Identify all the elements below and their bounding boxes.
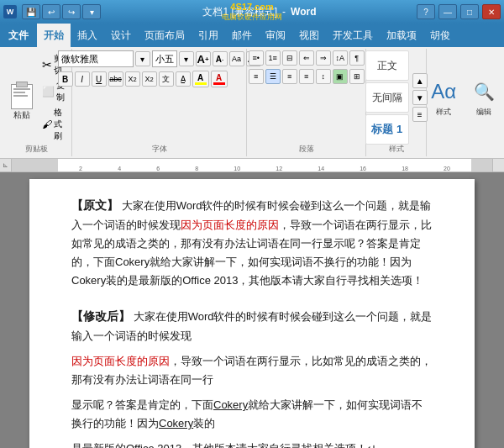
change-case-btn[interactable]: Aa bbox=[229, 51, 244, 66]
bullets-btn[interactable]: ≡• bbox=[249, 50, 264, 66]
styles-icon: Aα bbox=[430, 78, 457, 105]
editing-btn[interactable]: 🔍 编辑 bbox=[465, 75, 503, 121]
tab-developer[interactable]: 开发工具 bbox=[326, 24, 380, 47]
multilevel-btn[interactable]: ⊟ bbox=[282, 50, 297, 66]
tab-references[interactable]: 引用 bbox=[192, 24, 225, 47]
quick-redo-btn[interactable]: ↪ bbox=[62, 4, 81, 19]
doc-page: 【原文】 大家在使用Word软件的时候有时候会碰到这么一个问题，就是输入一个词语… bbox=[29, 179, 475, 448]
sort-btn[interactable]: ↕A bbox=[333, 50, 348, 66]
section1-para: 【原文】 大家在使用Word软件的时候有时候会碰到这么一个问题，就是输入一个词语… bbox=[71, 196, 433, 290]
tab-view[interactable]: 视图 bbox=[292, 24, 326, 47]
show-marks-btn[interactable]: ¶ bbox=[349, 50, 365, 66]
section2-para3: 是最新版的Office 2013，其他版本请大家自行寻找相关选项！↵ bbox=[71, 440, 433, 448]
clipboard-label: 剪贴板 bbox=[25, 144, 48, 155]
font-size-input[interactable]: 小五 bbox=[152, 50, 177, 67]
tab-insert[interactable]: 插入 bbox=[71, 24, 104, 47]
section2-para: 【修改后】 大家在使用Word软件的时候有时候会碰到这么一个问题，就是输入一个词… bbox=[71, 307, 433, 345]
paste-btn[interactable]: 粘贴 bbox=[7, 74, 37, 121]
section1-heading: 【原文】 bbox=[71, 198, 118, 212]
ruler-left-margin bbox=[12, 159, 58, 171]
paste-label: 粘贴 bbox=[13, 109, 30, 121]
quick-undo-btn[interactable]: ↩ bbox=[42, 4, 60, 19]
tab-layout[interactable]: 页面布局 bbox=[138, 24, 192, 47]
underline-btn[interactable]: U bbox=[92, 71, 107, 87]
grow-font-btn[interactable]: A+ bbox=[196, 51, 211, 66]
title-bar: W 💾 ↩ ↪ ▾ 文档1 [兼容模式] - Word 4S17.com 电脑软… bbox=[0, 0, 504, 24]
shrink-font-btn[interactable]: A- bbox=[213, 51, 228, 66]
bold-btn[interactable]: B bbox=[58, 71, 73, 87]
editing-group: Aα 样式 🔍 编辑 bbox=[428, 49, 501, 156]
align-right-btn[interactable]: ≡ bbox=[282, 69, 297, 84]
paragraph-label: 段落 bbox=[299, 144, 314, 155]
tab-addins[interactable]: 加载项 bbox=[380, 24, 423, 47]
tab-home[interactable]: 开始 bbox=[37, 24, 71, 47]
italic-btn[interactable]: I bbox=[75, 71, 90, 87]
ribbon-tabs: 文件 开始 插入 设计 页面布局 引用 邮件 审阅 视图 开发工具 加载项 胡俊 bbox=[0, 24, 504, 47]
font-size-value: 小五 bbox=[155, 53, 174, 66]
restore-btn[interactable]: □ bbox=[460, 4, 479, 19]
paste-clip bbox=[16, 82, 28, 87]
ruler-corner[interactable]: ⊾ bbox=[0, 159, 12, 171]
app-icon: W bbox=[3, 5, 17, 18]
section2-text6: 是最新版的Office 2013，其他版本请大家自行寻找相关选项！↵ bbox=[71, 442, 376, 448]
justify-btn[interactable]: ≡ bbox=[299, 69, 314, 84]
tab-user[interactable]: 胡俊 bbox=[423, 24, 457, 47]
styles-group: 正文 无间隔 标题 1 ▲ ▼ ≡ 样式 bbox=[368, 49, 427, 156]
para-row2: ≡ ☰ ≡ ≡ ↕ ▣ ⊞ bbox=[249, 69, 365, 84]
doc-text: 【原文】 大家在使用Word软件的时候有时候会碰到这么一个问题，就是输入一个词语… bbox=[71, 196, 433, 448]
border-btn[interactable]: ⊞ bbox=[349, 69, 365, 84]
title-controls: ? — □ ✕ bbox=[417, 4, 501, 19]
style-no-spacing[interactable]: 无间隔 bbox=[365, 82, 409, 113]
phonetic-btn[interactable]: 文 bbox=[159, 71, 174, 87]
font-color-btn[interactable]: A bbox=[211, 71, 228, 87]
section2-highlight: 因为页面长度的原因 bbox=[71, 355, 170, 367]
line-spacing-btn[interactable]: ↕ bbox=[316, 69, 331, 84]
document-area[interactable]: 【原文】 大家在使用Word软件的时候有时候会碰到这么一个问题，就是输入一个词语… bbox=[0, 172, 504, 448]
minimize-btn[interactable]: — bbox=[438, 4, 457, 19]
ruler-active-area: 2468101214161820 bbox=[58, 159, 471, 171]
quick-menu-btn[interactable]: ▾ bbox=[82, 4, 101, 19]
style-heading1[interactable]: 标题 1 bbox=[365, 114, 409, 145]
paragraph-group: ≡• 1≡ ⊟ ⇐ ⇒ ↕A ¶ ≡ ☰ ≡ ≡ ↕ ▣ ⊞ 段落 bbox=[249, 49, 366, 156]
font-size-dropdown[interactable]: ▾ bbox=[179, 51, 194, 66]
font-name-row: 微软雅黑 ▾ 小五 ▾ A+ A- Aa A✕ bbox=[58, 50, 261, 67]
logo-text: 4S17.com bbox=[230, 2, 273, 12]
increase-indent-btn[interactable]: ⇒ bbox=[316, 50, 331, 66]
tab-review[interactable]: 审阅 bbox=[259, 24, 292, 47]
font-label: 字体 bbox=[152, 144, 167, 155]
section2-text3: 显示呢？答案是肯定的，下面 bbox=[71, 398, 213, 411]
close-btn[interactable]: ✕ bbox=[482, 4, 501, 19]
styles-content: 正文 无间隔 标题 1 ▲ ▼ ≡ bbox=[365, 50, 428, 155]
styles-btn[interactable]: Aα 样式 bbox=[424, 75, 463, 121]
section2-highlight-para: 因为页面长度的原因，导致一个词语在两行显示，比如常见的成语之类的，那有没有办法让… bbox=[71, 352, 433, 389]
editing-icon: 🔍 bbox=[470, 78, 497, 105]
char-border-btn[interactable]: A̲ bbox=[176, 71, 191, 87]
section2-heading: 【修改后】 bbox=[71, 309, 130, 323]
shading-btn[interactable]: ▣ bbox=[333, 69, 348, 84]
font-name-dropdown[interactable]: ▾ bbox=[135, 51, 150, 66]
quick-save-btn[interactable]: 💾 bbox=[22, 4, 40, 19]
font-name-input[interactable]: 微软雅黑 bbox=[58, 50, 134, 67]
styles-btn-label: 样式 bbox=[436, 107, 451, 118]
numbering-btn[interactable]: 1≡ bbox=[265, 50, 281, 66]
tab-file[interactable]: 文件 bbox=[0, 24, 37, 47]
highlight-color-btn[interactable]: A bbox=[192, 71, 209, 87]
superscript-btn[interactable]: X2 bbox=[142, 71, 157, 87]
decrease-indent-btn[interactable]: ⇐ bbox=[299, 50, 314, 66]
align-center-btn[interactable]: ☰ bbox=[265, 69, 281, 84]
editing-content: Aα 样式 🔍 编辑 bbox=[424, 50, 503, 155]
section2-cokery1: Cokery bbox=[213, 398, 248, 411]
style-items: 正文 无间隔 标题 1 bbox=[365, 50, 409, 145]
style-gallery: 正文 无间隔 标题 1 bbox=[365, 50, 409, 145]
subscript-btn[interactable]: X2 bbox=[125, 71, 140, 87]
help-btn[interactable]: ? bbox=[417, 4, 435, 19]
copy-icon: ⬜ bbox=[42, 86, 55, 98]
align-left-btn[interactable]: ≡ bbox=[249, 69, 264, 84]
tab-mailings[interactable]: 邮件 bbox=[225, 24, 259, 47]
title-bar-left: W 💾 ↩ ↪ ▾ 文档1 [兼容模式] - Word 4S17.com 电脑软… bbox=[3, 4, 417, 19]
ruler-right-space bbox=[492, 159, 504, 171]
horizontal-ruler: 2468101214161820 bbox=[12, 159, 492, 172]
strikethrough-btn[interactable]: abc bbox=[108, 71, 123, 87]
style-normal[interactable]: 正文 bbox=[365, 50, 409, 81]
tab-design[interactable]: 设计 bbox=[104, 24, 138, 47]
